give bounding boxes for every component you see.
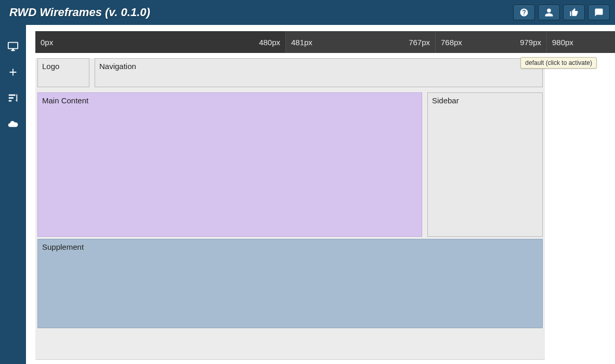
wireframe-canvas: Logo Navigation Main Content Sidebar: [35, 58, 545, 360]
help-icon: [519, 8, 529, 17]
add-button[interactable]: [6, 65, 20, 79]
like-button[interactable]: [563, 5, 585, 20]
ruler-segment[interactable]: 481px 767px: [286, 31, 436, 53]
help-button[interactable]: [513, 5, 535, 20]
activate-tooltip[interactable]: default (click to activate): [520, 57, 597, 69]
left-sidebar: [0, 25, 26, 364]
ruler-start: 481px: [291, 38, 312, 47]
ruler-start: 980px: [552, 38, 573, 47]
main-content-block[interactable]: Main Content: [37, 92, 422, 237]
block-label: Supplement: [42, 242, 84, 251]
sort-button[interactable]: [6, 91, 20, 105]
ruler-end: 480px: [259, 38, 280, 47]
supplement-block[interactable]: Supplement: [37, 239, 543, 328]
topbar: RWD Wireframes (v. 0.1.0): [0, 0, 615, 25]
ruler-segment[interactable]: 980px: [547, 31, 615, 53]
display-icon: [7, 41, 19, 52]
app-title: RWD Wireframes (v. 0.1.0): [9, 6, 150, 19]
logo-block[interactable]: Logo: [37, 58, 89, 87]
ruler-segment[interactable]: 0px 480px: [35, 31, 286, 53]
navigation-block[interactable]: Navigation: [95, 58, 543, 87]
block-label: Navigation: [99, 62, 136, 71]
thumbs-up-icon: [569, 8, 579, 17]
plus-icon: [7, 66, 19, 78]
cloud-icon: [7, 118, 19, 130]
main-area: 0px 480px 481px 767px 768px 979px 980px …: [26, 25, 615, 364]
ruler-end: 979px: [520, 38, 541, 47]
ruler-end: 767px: [409, 38, 430, 47]
display-button[interactable]: [6, 39, 20, 53]
chat-icon: [594, 8, 604, 17]
ruler-start: 768px: [441, 38, 462, 47]
sort-icon: [7, 92, 19, 104]
user-button[interactable]: [538, 5, 560, 20]
chat-button[interactable]: [588, 5, 610, 20]
block-label: Main Content: [42, 96, 88, 105]
block-label: Logo: [42, 62, 59, 71]
sidebar-block[interactable]: Sidebar: [427, 92, 543, 237]
breakpoint-ruler: 0px 480px 481px 767px 768px 979px 980px: [35, 31, 615, 53]
cloud-button[interactable]: [6, 117, 20, 131]
block-label: Sidebar: [432, 96, 459, 105]
ruler-segment[interactable]: 768px 979px: [436, 31, 547, 53]
user-icon: [544, 8, 554, 17]
ruler-start: 0px: [41, 38, 53, 47]
topbar-actions: [513, 5, 610, 20]
